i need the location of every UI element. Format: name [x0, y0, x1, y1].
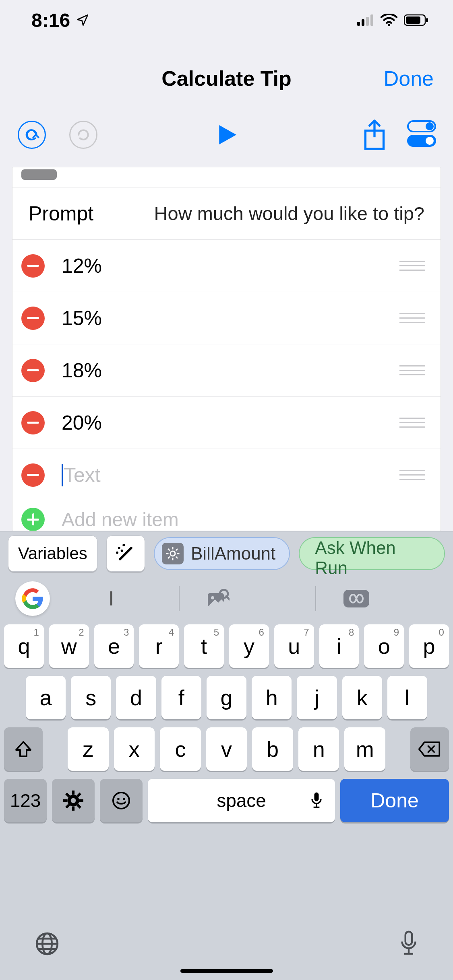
gif-button[interactable]: [343, 589, 424, 608]
play-button[interactable]: [214, 122, 240, 148]
key-c[interactable]: c: [160, 727, 201, 771]
play-icon: [214, 122, 240, 148]
key-v[interactable]: v: [206, 727, 247, 771]
item-text[interactable]: 18%: [62, 359, 399, 382]
svg-rect-51: [405, 932, 412, 945]
key-t[interactable]: t5: [184, 624, 224, 668]
list-item-new[interactable]: [12, 449, 441, 501]
share-button[interactable]: [362, 119, 387, 150]
key-z[interactable]: z: [68, 727, 109, 771]
ask-when-run-chip[interactable]: Ask When Run: [299, 537, 445, 570]
shift-key[interactable]: [4, 727, 43, 771]
keyboard-row-3: z x c v b n m: [0, 727, 453, 771]
svg-point-41: [71, 798, 76, 803]
delete-item-button[interactable]: [21, 463, 45, 487]
settings-toggle-button[interactable]: [407, 120, 439, 149]
item-text[interactable]: 15%: [62, 307, 399, 330]
dictation-key[interactable]: [399, 931, 418, 957]
undo-button[interactable]: [18, 121, 46, 149]
variable-chip-label: BillAmount: [191, 544, 275, 564]
gear-icon: [63, 791, 83, 811]
toggle-icon: [407, 120, 436, 132]
key-k[interactable]: k: [342, 676, 382, 719]
delete-item-button[interactable]: [21, 359, 45, 382]
reorder-handle-icon[interactable]: [399, 418, 425, 428]
delete-item-button[interactable]: [21, 254, 45, 278]
list-item[interactable]: 20%: [12, 397, 441, 449]
key-l[interactable]: l: [387, 676, 427, 719]
prompt-row[interactable]: Prompt How much would you like to tip?: [12, 187, 441, 240]
list-item[interactable]: 12%: [12, 240, 441, 292]
key-o[interactable]: o9: [364, 624, 404, 668]
svg-rect-33: [72, 807, 74, 811]
keyboard-done-key[interactable]: Done: [340, 779, 449, 822]
keyboard-suggestion[interactable]: I: [71, 587, 151, 610]
globe-key[interactable]: [35, 931, 60, 956]
key-f[interactable]: f: [161, 676, 201, 719]
microphone-icon: [310, 792, 323, 809]
key-w[interactable]: w2: [49, 624, 89, 668]
variables-button[interactable]: Variables: [8, 535, 97, 572]
dictation-button[interactable]: [310, 792, 323, 809]
smiley-icon: [112, 791, 131, 810]
key-a[interactable]: a: [26, 676, 66, 719]
key-p[interactable]: p0: [409, 624, 449, 668]
svg-line-23: [176, 549, 178, 551]
key-r[interactable]: r4: [139, 624, 179, 668]
key-h[interactable]: h: [252, 676, 292, 719]
reorder-handle-icon[interactable]: [399, 365, 425, 375]
page-title: Calculate Tip: [161, 66, 292, 91]
backspace-key[interactable]: [410, 727, 449, 771]
keyboard-row-4: 123 space Done: [0, 779, 453, 822]
gear-icon: [162, 543, 184, 564]
reorder-handle-icon[interactable]: [399, 313, 425, 323]
item-text[interactable]: 20%: [62, 411, 399, 434]
done-button[interactable]: Done: [384, 66, 434, 91]
delete-item-button[interactable]: [21, 411, 45, 434]
key-m[interactable]: m: [344, 727, 385, 771]
new-item-input[interactable]: [64, 463, 399, 487]
svg-rect-32: [72, 791, 74, 795]
key-d[interactable]: d: [116, 676, 156, 719]
key-j[interactable]: j: [297, 676, 337, 719]
svg-point-15: [170, 551, 175, 556]
list-item[interactable]: 18%: [12, 344, 441, 397]
reorder-handle-icon[interactable]: [399, 470, 425, 480]
key-u[interactable]: u7: [274, 624, 314, 668]
google-logo-icon: [22, 588, 43, 609]
add-item-row[interactable]: Add new item: [12, 501, 441, 531]
globe-icon: [35, 931, 60, 956]
home-indicator[interactable]: [180, 969, 273, 973]
svg-rect-45: [314, 793, 319, 801]
key-n[interactable]: n: [298, 727, 339, 771]
magic-wand-button[interactable]: [106, 535, 145, 572]
variable-chip-billamount[interactable]: BillAmount: [154, 537, 290, 570]
keyboard-accessory-bar: Variables BillAmount Ask When Run: [0, 531, 453, 575]
numbers-key[interactable]: 123: [4, 779, 47, 822]
navigation-bar: Calculate Tip Done: [0, 58, 453, 99]
key-s[interactable]: s: [71, 676, 111, 719]
svg-point-12: [122, 544, 125, 546]
key-b[interactable]: b: [252, 727, 293, 771]
reorder-handle-icon[interactable]: [399, 261, 425, 271]
key-e[interactable]: e3: [94, 624, 134, 668]
keyboard-settings-key[interactable]: [52, 779, 95, 822]
key-i[interactable]: i8: [319, 624, 359, 668]
key-x[interactable]: x: [114, 727, 155, 771]
key-g[interactable]: g: [207, 676, 246, 719]
item-text[interactable]: 12%: [62, 254, 399, 278]
image-search-button[interactable]: [207, 589, 288, 608]
key-q[interactable]: q1: [4, 624, 44, 668]
google-button[interactable]: [15, 581, 50, 616]
action-card: Prompt How much would you like to tip? 1…: [12, 167, 441, 531]
add-icon: [21, 508, 45, 531]
shift-icon: [14, 739, 33, 759]
image-search-icon: [207, 589, 230, 608]
key-y[interactable]: y6: [229, 624, 269, 668]
delete-item-button[interactable]: [21, 307, 45, 330]
action-header-partial: [12, 167, 441, 187]
svg-point-13: [116, 551, 118, 554]
space-key[interactable]: space: [148, 779, 335, 822]
list-item[interactable]: 15%: [12, 292, 441, 344]
emoji-key[interactable]: [100, 779, 143, 822]
